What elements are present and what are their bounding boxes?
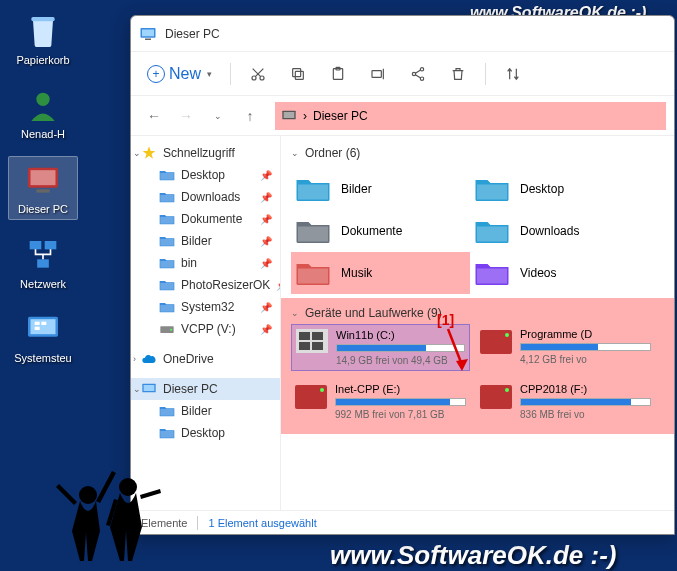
folder-item[interactable]: Downloads [470, 210, 649, 252]
new-button[interactable]: + New ▾ [139, 58, 220, 90]
folder-item[interactable]: Videos [470, 252, 649, 294]
svg-rect-10 [35, 322, 40, 325]
status-elements: Elemente [141, 517, 187, 529]
statusbar: Elemente 1 Element ausgewählt [131, 510, 674, 534]
desktop-icon-papierkorb[interactable]: Papierkorb [8, 8, 78, 70]
back-button[interactable]: ← [139, 101, 169, 131]
folder-item[interactable]: Desktop [470, 168, 649, 210]
chevron-down-icon: ⌄ [291, 148, 299, 158]
pc-icon [141, 381, 157, 397]
svg-rect-7 [37, 259, 49, 267]
nenad-h-icon [23, 86, 63, 126]
folder-label: Videos [520, 266, 556, 280]
navbar: ← → ⌄ ↑ › Dieser PC [131, 96, 674, 136]
svg-rect-0 [31, 17, 54, 21]
sidebar-quick-access[interactable]: ⌄ Schnellzugriff [131, 142, 280, 164]
svg-rect-31 [160, 195, 173, 202]
sidebar-item-label: bin [181, 256, 197, 270]
breadcrumb[interactable]: › Dieser PC [275, 102, 666, 130]
drive-item[interactable]: CPP2018 (F:)836 MB frei vo [476, 379, 655, 424]
folder-item[interactable]: Dokumente [291, 210, 470, 252]
watermark-bottom: www.SoftwareOK.de :-) [330, 540, 617, 571]
netzwerk-icon [23, 236, 63, 276]
drive-usage-bar [520, 398, 651, 406]
up-button[interactable]: ↑ [235, 101, 265, 131]
window-title: Dieser PC [165, 27, 220, 41]
drive-item[interactable]: Inet-CPP (E:)992 MB frei von 7,81 GB [291, 379, 470, 424]
explorer-window: Dieser PC + New ▾ ← → ⌄ ↑ › [130, 15, 675, 535]
svg-rect-34 [160, 261, 173, 268]
svg-rect-9 [31, 319, 56, 334]
svg-rect-44 [477, 185, 507, 200]
sidebar-item-label: VCPP (V:) [181, 322, 236, 336]
svg-rect-40 [144, 385, 155, 391]
sidebar-item[interactable]: System32📌 [131, 296, 280, 318]
pin-icon: 📌 [260, 170, 272, 181]
sidebar-label: Schnellzugriff [163, 146, 235, 160]
svg-rect-5 [30, 241, 42, 249]
desktop-icon-label: Nenad-H [21, 128, 65, 140]
sidebar-item[interactable]: Bilder [131, 400, 280, 422]
drive-icon [295, 385, 327, 409]
sidebar-item[interactable]: Dokumente📌 [131, 208, 280, 230]
sidebar-item[interactable]: Downloads📌 [131, 186, 280, 208]
copy-button[interactable] [281, 58, 315, 90]
desktop-icon-dieser-pc[interactable]: Dieser PC [8, 156, 78, 220]
desktop-icon-systemsteu[interactable]: Systemsteu [8, 306, 78, 368]
sort-button[interactable] [496, 58, 530, 90]
share-button[interactable] [401, 58, 435, 90]
drive-free-text: 14,9 GB frei von 49,4 GB [336, 355, 465, 366]
svg-rect-24 [372, 70, 381, 77]
drive-item[interactable]: Win11b (C:)14,9 GB frei von 49,4 GB [291, 324, 470, 371]
pin-icon: 📌 [260, 214, 272, 225]
svg-rect-4 [36, 189, 49, 192]
chevron-right-icon: › [133, 354, 136, 364]
cut-button[interactable] [241, 58, 275, 90]
sidebar-item-label: System32 [181, 300, 234, 314]
paste-button[interactable] [321, 58, 355, 90]
folder-item[interactable]: Bilder [291, 168, 470, 210]
sidebar-item[interactable]: Desktop📌 [131, 164, 280, 186]
svg-rect-47 [298, 269, 328, 284]
desktop-icon-nenad-h[interactable]: Nenad-H [8, 82, 78, 144]
forward-button[interactable]: → [171, 101, 201, 131]
recent-dropdown[interactable]: ⌄ [203, 101, 233, 131]
svg-rect-12 [35, 327, 40, 330]
svg-rect-52 [299, 342, 310, 350]
drive-name: Programme (D [520, 328, 651, 340]
folder-label: Bilder [341, 182, 372, 196]
folder-item[interactable]: Musik [291, 252, 470, 294]
drive-free-text: 836 MB frei vo [520, 409, 651, 420]
drive-name: CPP2018 (F:) [520, 383, 651, 395]
cloud-icon [141, 351, 157, 367]
breadcrumb-label: Dieser PC [313, 109, 368, 123]
svg-rect-50 [299, 332, 310, 340]
svg-rect-29 [284, 112, 295, 118]
sidebar-onedrive[interactable]: › OneDrive [131, 348, 280, 370]
svg-rect-32 [160, 217, 173, 224]
desktop-icon-label: Dieser PC [18, 203, 68, 215]
folder-label: Musik [341, 266, 372, 280]
drive-item[interactable]: Programme (D4,12 GB frei vo [476, 324, 655, 371]
sidebar-item[interactable]: PhotoResizerOK📌 [131, 274, 280, 296]
sidebar-label: OneDrive [163, 352, 214, 366]
chevron-down-icon: ▾ [207, 69, 212, 79]
sidebar-item[interactable]: bin📌 [131, 252, 280, 274]
star-icon [141, 145, 157, 161]
sidebar-item[interactable]: Desktop [131, 422, 280, 444]
svg-rect-41 [160, 409, 173, 416]
desktop-icon-netzwerk[interactable]: Netzwerk [8, 232, 78, 294]
folders-header[interactable]: ⌄ Ordner (6) [281, 142, 674, 164]
rename-button[interactable] [361, 58, 395, 90]
plus-icon: + [147, 65, 165, 83]
pc-icon [281, 108, 297, 124]
svg-rect-48 [477, 269, 507, 284]
sidebar-item[interactable]: Bilder📌 [131, 230, 280, 252]
pc-icon [139, 25, 157, 43]
sidebar-item[interactable]: VCPP (V:)📌 [131, 318, 280, 340]
drives-header[interactable]: ⌄ Geräte und Laufwerke (9) [281, 302, 674, 324]
delete-button[interactable] [441, 58, 475, 90]
pin-icon: 📌 [260, 192, 272, 203]
sidebar-this-pc[interactable]: ⌄ Dieser PC [131, 378, 280, 400]
desktop-icon-label: Papierkorb [16, 54, 69, 66]
